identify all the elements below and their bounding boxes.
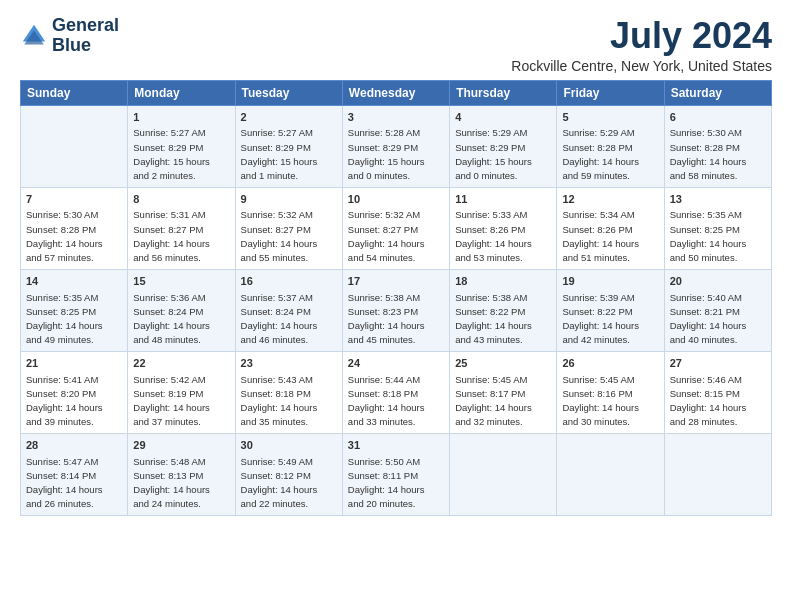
calendar-cell: 17Sunrise: 5:38 AM Sunset: 8:23 PM Dayli… bbox=[342, 269, 449, 351]
day-info: Sunrise: 5:31 AM Sunset: 8:27 PM Dayligh… bbox=[133, 209, 210, 263]
calendar-cell: 9Sunrise: 5:32 AM Sunset: 8:27 PM Daylig… bbox=[235, 187, 342, 269]
logo-icon bbox=[20, 22, 48, 50]
day-info: Sunrise: 5:44 AM Sunset: 8:18 PM Dayligh… bbox=[348, 374, 425, 428]
day-number: 10 bbox=[348, 192, 444, 207]
day-info: Sunrise: 5:37 AM Sunset: 8:24 PM Dayligh… bbox=[241, 292, 318, 346]
week-row-5: 28Sunrise: 5:47 AM Sunset: 8:14 PM Dayli… bbox=[21, 433, 772, 515]
day-info: Sunrise: 5:27 AM Sunset: 8:29 PM Dayligh… bbox=[241, 127, 318, 181]
day-header-tuesday: Tuesday bbox=[235, 80, 342, 105]
title-block: July 2024 Rockville Centre, New York, Un… bbox=[511, 16, 772, 74]
calendar-cell: 28Sunrise: 5:47 AM Sunset: 8:14 PM Dayli… bbox=[21, 433, 128, 515]
week-row-4: 21Sunrise: 5:41 AM Sunset: 8:20 PM Dayli… bbox=[21, 351, 772, 433]
calendar-cell: 10Sunrise: 5:32 AM Sunset: 8:27 PM Dayli… bbox=[342, 187, 449, 269]
calendar-cell: 5Sunrise: 5:29 AM Sunset: 8:28 PM Daylig… bbox=[557, 105, 664, 187]
day-number: 27 bbox=[670, 356, 766, 371]
calendar-cell bbox=[664, 433, 771, 515]
calendar-cell: 18Sunrise: 5:38 AM Sunset: 8:22 PM Dayli… bbox=[450, 269, 557, 351]
day-info: Sunrise: 5:43 AM Sunset: 8:18 PM Dayligh… bbox=[241, 374, 318, 428]
day-number: 3 bbox=[348, 110, 444, 125]
day-info: Sunrise: 5:45 AM Sunset: 8:16 PM Dayligh… bbox=[562, 374, 639, 428]
calendar-cell: 6Sunrise: 5:30 AM Sunset: 8:28 PM Daylig… bbox=[664, 105, 771, 187]
day-number: 21 bbox=[26, 356, 122, 371]
day-number: 17 bbox=[348, 274, 444, 289]
calendar-cell: 4Sunrise: 5:29 AM Sunset: 8:29 PM Daylig… bbox=[450, 105, 557, 187]
calendar-cell: 1Sunrise: 5:27 AM Sunset: 8:29 PM Daylig… bbox=[128, 105, 235, 187]
day-header-friday: Friday bbox=[557, 80, 664, 105]
calendar-cell: 22Sunrise: 5:42 AM Sunset: 8:19 PM Dayli… bbox=[128, 351, 235, 433]
day-info: Sunrise: 5:41 AM Sunset: 8:20 PM Dayligh… bbox=[26, 374, 103, 428]
calendar-cell: 21Sunrise: 5:41 AM Sunset: 8:20 PM Dayli… bbox=[21, 351, 128, 433]
calendar-cell: 12Sunrise: 5:34 AM Sunset: 8:26 PM Dayli… bbox=[557, 187, 664, 269]
day-number: 18 bbox=[455, 274, 551, 289]
day-number: 30 bbox=[241, 438, 337, 453]
day-info: Sunrise: 5:29 AM Sunset: 8:28 PM Dayligh… bbox=[562, 127, 639, 181]
day-info: Sunrise: 5:29 AM Sunset: 8:29 PM Dayligh… bbox=[455, 127, 532, 181]
day-info: Sunrise: 5:33 AM Sunset: 8:26 PM Dayligh… bbox=[455, 209, 532, 263]
day-info: Sunrise: 5:34 AM Sunset: 8:26 PM Dayligh… bbox=[562, 209, 639, 263]
day-number: 9 bbox=[241, 192, 337, 207]
day-number: 19 bbox=[562, 274, 658, 289]
calendar-cell bbox=[450, 433, 557, 515]
day-info: Sunrise: 5:32 AM Sunset: 8:27 PM Dayligh… bbox=[348, 209, 425, 263]
day-info: Sunrise: 5:35 AM Sunset: 8:25 PM Dayligh… bbox=[26, 292, 103, 346]
calendar-cell: 23Sunrise: 5:43 AM Sunset: 8:18 PM Dayli… bbox=[235, 351, 342, 433]
day-number: 31 bbox=[348, 438, 444, 453]
week-row-3: 14Sunrise: 5:35 AM Sunset: 8:25 PM Dayli… bbox=[21, 269, 772, 351]
day-number: 29 bbox=[133, 438, 229, 453]
calendar-cell: 16Sunrise: 5:37 AM Sunset: 8:24 PM Dayli… bbox=[235, 269, 342, 351]
calendar-cell: 29Sunrise: 5:48 AM Sunset: 8:13 PM Dayli… bbox=[128, 433, 235, 515]
day-info: Sunrise: 5:38 AM Sunset: 8:23 PM Dayligh… bbox=[348, 292, 425, 346]
day-info: Sunrise: 5:38 AM Sunset: 8:22 PM Dayligh… bbox=[455, 292, 532, 346]
day-info: Sunrise: 5:50 AM Sunset: 8:11 PM Dayligh… bbox=[348, 456, 425, 510]
day-info: Sunrise: 5:32 AM Sunset: 8:27 PM Dayligh… bbox=[241, 209, 318, 263]
calendar-cell bbox=[557, 433, 664, 515]
day-number: 4 bbox=[455, 110, 551, 125]
day-number: 22 bbox=[133, 356, 229, 371]
day-info: Sunrise: 5:36 AM Sunset: 8:24 PM Dayligh… bbox=[133, 292, 210, 346]
calendar-cell: 8Sunrise: 5:31 AM Sunset: 8:27 PM Daylig… bbox=[128, 187, 235, 269]
header-row: SundayMondayTuesdayWednesdayThursdayFrid… bbox=[21, 80, 772, 105]
day-header-wednesday: Wednesday bbox=[342, 80, 449, 105]
day-number: 2 bbox=[241, 110, 337, 125]
calendar-cell: 19Sunrise: 5:39 AM Sunset: 8:22 PM Dayli… bbox=[557, 269, 664, 351]
calendar-cell: 13Sunrise: 5:35 AM Sunset: 8:25 PM Dayli… bbox=[664, 187, 771, 269]
day-number: 8 bbox=[133, 192, 229, 207]
day-header-monday: Monday bbox=[128, 80, 235, 105]
day-info: Sunrise: 5:27 AM Sunset: 8:29 PM Dayligh… bbox=[133, 127, 210, 181]
day-info: Sunrise: 5:35 AM Sunset: 8:25 PM Dayligh… bbox=[670, 209, 747, 263]
page-container: General Blue July 2024 Rockville Centre,… bbox=[0, 0, 792, 526]
logo-line1: General bbox=[52, 16, 119, 36]
day-number: 7 bbox=[26, 192, 122, 207]
header: General Blue July 2024 Rockville Centre,… bbox=[20, 16, 772, 74]
day-info: Sunrise: 5:47 AM Sunset: 8:14 PM Dayligh… bbox=[26, 456, 103, 510]
calendar-cell: 3Sunrise: 5:28 AM Sunset: 8:29 PM Daylig… bbox=[342, 105, 449, 187]
day-number: 12 bbox=[562, 192, 658, 207]
day-number: 23 bbox=[241, 356, 337, 371]
day-header-sunday: Sunday bbox=[21, 80, 128, 105]
day-info: Sunrise: 5:40 AM Sunset: 8:21 PM Dayligh… bbox=[670, 292, 747, 346]
day-header-saturday: Saturday bbox=[664, 80, 771, 105]
day-info: Sunrise: 5:49 AM Sunset: 8:12 PM Dayligh… bbox=[241, 456, 318, 510]
logo: General Blue bbox=[20, 16, 119, 56]
calendar-cell: 15Sunrise: 5:36 AM Sunset: 8:24 PM Dayli… bbox=[128, 269, 235, 351]
logo-line2: Blue bbox=[52, 36, 119, 56]
calendar-cell: 27Sunrise: 5:46 AM Sunset: 8:15 PM Dayli… bbox=[664, 351, 771, 433]
calendar-cell bbox=[21, 105, 128, 187]
calendar-cell: 14Sunrise: 5:35 AM Sunset: 8:25 PM Dayli… bbox=[21, 269, 128, 351]
week-row-1: 1Sunrise: 5:27 AM Sunset: 8:29 PM Daylig… bbox=[21, 105, 772, 187]
calendar-cell: 20Sunrise: 5:40 AM Sunset: 8:21 PM Dayli… bbox=[664, 269, 771, 351]
day-number: 16 bbox=[241, 274, 337, 289]
logo-text: General Blue bbox=[52, 16, 119, 56]
calendar-cell: 25Sunrise: 5:45 AM Sunset: 8:17 PM Dayli… bbox=[450, 351, 557, 433]
day-number: 26 bbox=[562, 356, 658, 371]
day-info: Sunrise: 5:48 AM Sunset: 8:13 PM Dayligh… bbox=[133, 456, 210, 510]
day-info: Sunrise: 5:42 AM Sunset: 8:19 PM Dayligh… bbox=[133, 374, 210, 428]
main-title: July 2024 bbox=[511, 16, 772, 56]
calendar-cell: 11Sunrise: 5:33 AM Sunset: 8:26 PM Dayli… bbox=[450, 187, 557, 269]
day-number: 1 bbox=[133, 110, 229, 125]
day-info: Sunrise: 5:39 AM Sunset: 8:22 PM Dayligh… bbox=[562, 292, 639, 346]
day-number: 13 bbox=[670, 192, 766, 207]
day-info: Sunrise: 5:30 AM Sunset: 8:28 PM Dayligh… bbox=[26, 209, 103, 263]
subtitle: Rockville Centre, New York, United State… bbox=[511, 58, 772, 74]
day-number: 24 bbox=[348, 356, 444, 371]
